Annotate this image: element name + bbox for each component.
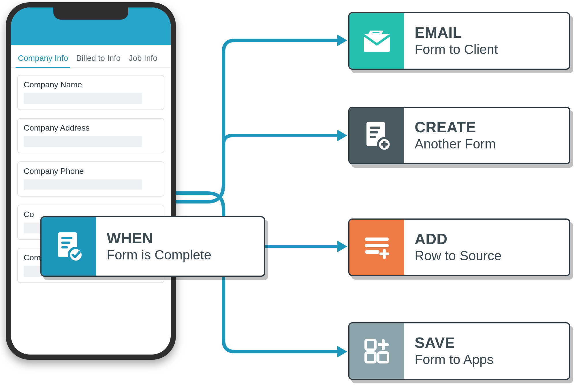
action-subtitle: Row to Source <box>415 248 502 263</box>
action-card-email[interactable]: EMAIL Form to Client <box>348 12 570 70</box>
field-input-placeholder[interactable] <box>24 179 142 190</box>
svg-rect-11 <box>373 32 379 33</box>
action-subtitle: Another Form <box>415 136 496 152</box>
svg-rect-24 <box>379 252 389 255</box>
rows-add-icon <box>349 220 404 275</box>
action-text: CREATE Another Form <box>404 108 508 163</box>
action-title: CREATE <box>415 119 496 135</box>
svg-marker-1 <box>337 130 347 141</box>
action-title: EMAIL <box>415 25 498 41</box>
svg-rect-22 <box>365 250 379 254</box>
phone-notch <box>53 7 128 20</box>
svg-marker-0 <box>337 35 347 46</box>
svg-rect-20 <box>365 238 389 241</box>
svg-rect-13 <box>370 127 380 129</box>
diagram-canvas: Company Info Billed to Info Job Info Com… <box>0 0 581 392</box>
svg-rect-29 <box>378 343 389 346</box>
svg-rect-7 <box>61 246 68 248</box>
action-card-save[interactable]: SAVE Form to Apps <box>348 322 570 380</box>
phone-screen: Company Info Billed to Info Job Info Com… <box>11 7 171 355</box>
action-title: SAVE <box>415 335 494 351</box>
tab-job-info[interactable]: Job Info <box>125 50 161 67</box>
field-label: Company Phone <box>24 167 158 176</box>
field-company-address[interactable]: Company Address <box>17 118 164 153</box>
action-card-add[interactable]: ADD Row to Source <box>348 218 570 276</box>
action-text: SAVE Form to Apps <box>404 323 506 379</box>
envelope-icon <box>349 13 404 69</box>
document-check-icon <box>42 217 96 276</box>
field-input-placeholder[interactable] <box>24 136 142 147</box>
tab-billed-to-info[interactable]: Billed to Info <box>72 50 125 67</box>
field-company-phone[interactable]: Company Phone <box>17 161 164 197</box>
action-subtitle: Form to Apps <box>415 352 494 367</box>
svg-marker-3 <box>337 346 347 357</box>
trigger-subtitle: Form is Complete <box>107 247 211 263</box>
action-text: ADD Row to Source <box>404 220 514 275</box>
field-label: Company Address <box>24 123 158 133</box>
trigger-card[interactable]: WHEN Form is Complete <box>40 216 265 277</box>
action-text: EMAIL Form to Client <box>404 13 510 69</box>
app-grid-add-icon <box>349 323 404 379</box>
field-company-name[interactable]: Company Name <box>17 75 164 110</box>
document-add-icon <box>349 108 404 163</box>
action-title: ADD <box>415 231 502 247</box>
field-label: Company Name <box>24 80 158 89</box>
trigger-title: WHEN <box>107 230 211 246</box>
field-input-placeholder[interactable] <box>24 93 142 104</box>
form-tabs: Company Info Billed to Info Job Info <box>11 45 171 68</box>
svg-rect-15 <box>370 136 376 138</box>
svg-rect-6 <box>61 242 70 244</box>
svg-rect-25 <box>366 340 375 350</box>
svg-rect-27 <box>378 353 388 362</box>
svg-rect-26 <box>366 353 375 362</box>
svg-rect-5 <box>61 237 72 239</box>
action-subtitle: Form to Client <box>415 42 498 57</box>
svg-marker-2 <box>337 241 347 252</box>
phone-frame: Company Info Billed to Info Job Info Com… <box>6 2 176 360</box>
tab-company-info[interactable]: Company Info <box>14 50 72 67</box>
trigger-text: WHEN Form is Complete <box>96 217 223 276</box>
svg-rect-19 <box>381 143 388 146</box>
svg-rect-14 <box>370 131 378 133</box>
action-card-create[interactable]: CREATE Another Form <box>348 107 570 164</box>
svg-rect-21 <box>365 244 389 247</box>
